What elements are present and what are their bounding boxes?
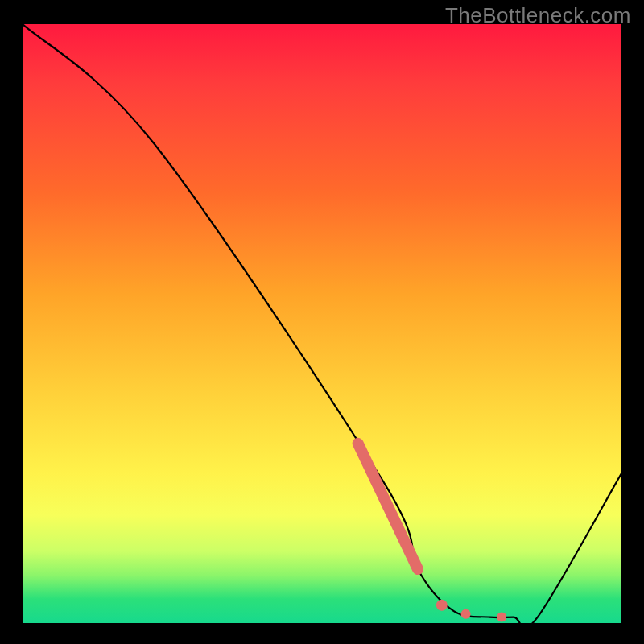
- highlight-dot: [436, 600, 448, 611]
- curve-svg: [23, 24, 621, 623]
- watermark-text: TheBottleneck.com: [445, 3, 631, 28]
- chart-stage: TheBottleneck.com: [0, 0, 644, 644]
- plot-gradient-area: [23, 24, 621, 623]
- plot-frame: [18, 19, 626, 628]
- highlight-segment: [358, 444, 418, 569]
- bottleneck-curve: [23, 24, 621, 623]
- highlight-dot: [461, 609, 471, 619]
- highlight-dots: [436, 600, 506, 622]
- highlight-dot: [497, 613, 506, 622]
